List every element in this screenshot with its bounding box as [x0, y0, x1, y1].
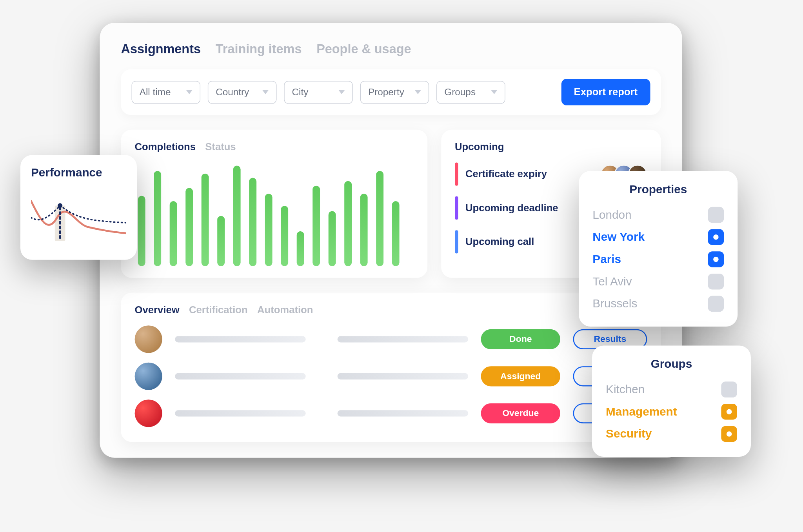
group-option[interactable]: Kitchen: [606, 378, 737, 401]
group-option[interactable]: Management: [606, 400, 737, 423]
properties-title: Properties: [592, 182, 724, 196]
completions-bar-chart: [135, 160, 414, 266]
option-label: Security: [606, 427, 652, 441]
overview-row: OverdueResults: [135, 399, 647, 427]
option-label: Management: [606, 405, 677, 418]
performance-card: Performance: [20, 155, 137, 260]
chevron-down-icon: [186, 90, 193, 94]
option-label: Tel Aviv: [592, 274, 632, 288]
chart-bar: [154, 171, 161, 266]
checkbox-icon[interactable]: [721, 381, 737, 398]
chart-bar: [249, 178, 256, 266]
chart-bar: [281, 206, 288, 266]
option-label: Brussels: [592, 297, 637, 310]
checkbox-icon[interactable]: [708, 207, 724, 223]
properties-filter-card: Properties LondonNew YorkParisTel AvivBr…: [579, 171, 738, 327]
accent-bar-icon: [455, 196, 458, 219]
accent-bar-icon: [455, 162, 458, 185]
chevron-down-icon: [415, 90, 421, 94]
chevron-down-icon: [262, 90, 269, 94]
checkbox-icon[interactable]: [708, 229, 724, 245]
chart-bar: [329, 211, 336, 266]
chart-bar: [233, 165, 241, 266]
filter-groups-label: Groups: [444, 86, 476, 97]
filter-time-label: All time: [140, 86, 171, 97]
groups-title: Groups: [606, 357, 737, 371]
chart-bar: [360, 194, 368, 266]
overview-tab[interactable]: Overview: [135, 304, 180, 316]
groups-filter-card: Groups KitchenManagementSecurity: [592, 345, 751, 457]
performance-title: Performance: [31, 165, 126, 179]
filter-country-label: Country: [216, 86, 249, 97]
status-badge: Assigned: [481, 366, 561, 386]
overview-row: AssignedResults: [135, 362, 647, 390]
property-option[interactable]: New York: [592, 226, 724, 248]
chart-bar: [138, 196, 145, 266]
chevron-down-icon: [491, 90, 497, 94]
chevron-down-icon: [338, 90, 345, 94]
filter-groups-dropdown[interactable]: Groups: [436, 80, 505, 103]
avatar: [135, 399, 162, 427]
checkbox-icon[interactable]: [721, 404, 737, 420]
tab-assignments[interactable]: Assignments: [121, 42, 201, 56]
status-badge: Overdue: [481, 403, 561, 423]
checkbox-icon[interactable]: [708, 296, 724, 312]
accent-bar-icon: [455, 230, 458, 253]
certification-tab[interactable]: Certification: [189, 304, 248, 316]
svg-point-8: [58, 203, 62, 208]
filter-property-dropdown[interactable]: Property: [360, 80, 429, 103]
performance-line-chart: [31, 185, 126, 249]
chart-bar: [265, 194, 273, 266]
chart-bar: [392, 201, 400, 266]
option-label: Paris: [592, 252, 621, 266]
property-option[interactable]: London: [592, 203, 724, 226]
property-option[interactable]: Tel Aviv: [592, 270, 724, 292]
chart-bar: [185, 187, 193, 266]
completions-card: Completions Status: [121, 129, 427, 278]
avatar: [135, 325, 162, 353]
chart-bar: [297, 231, 304, 266]
property-option[interactable]: Paris: [592, 248, 724, 271]
checkbox-icon[interactable]: [708, 251, 724, 267]
chart-bar: [344, 180, 352, 266]
row-content-placeholder: [175, 410, 468, 416]
status-tab[interactable]: Status: [205, 141, 236, 153]
filter-country-dropdown[interactable]: Country: [208, 80, 277, 103]
automation-tab[interactable]: Automation: [257, 304, 313, 316]
avatar: [135, 362, 162, 390]
overview-row: DoneResults: [135, 325, 647, 353]
row-content-placeholder: [175, 373, 468, 379]
filter-city-dropdown[interactable]: City: [284, 80, 353, 103]
chart-bar: [217, 216, 225, 266]
filter-bar: All time Country City Property Groups Ex…: [121, 69, 661, 114]
filter-property-label: Property: [368, 86, 404, 97]
upcoming-title: Upcoming: [455, 141, 647, 153]
option-label: London: [592, 208, 631, 222]
chart-bar: [376, 171, 383, 266]
export-report-button[interactable]: Export report: [561, 79, 650, 105]
filter-time-dropdown[interactable]: All time: [132, 80, 201, 103]
tab-training-items[interactable]: Training items: [216, 42, 302, 56]
row-content-placeholder: [175, 336, 468, 342]
completions-tab[interactable]: Completions: [135, 141, 196, 153]
checkbox-icon[interactable]: [708, 273, 724, 289]
option-label: New York: [592, 230, 645, 244]
chart-bar: [202, 174, 209, 266]
group-option[interactable]: Security: [606, 423, 737, 445]
tab-people-usage[interactable]: People & usage: [316, 42, 411, 56]
filter-city-label: City: [292, 86, 309, 97]
status-badge: Done: [481, 329, 561, 349]
chart-bar: [312, 185, 320, 266]
top-tabs: Assignments Training items People & usag…: [121, 42, 661, 56]
chart-bar: [170, 201, 177, 266]
option-label: Kitchen: [606, 383, 645, 396]
property-option[interactable]: Brussels: [592, 292, 724, 315]
checkbox-icon[interactable]: [721, 426, 737, 442]
upcoming-label: Certificate expiry: [465, 168, 598, 180]
